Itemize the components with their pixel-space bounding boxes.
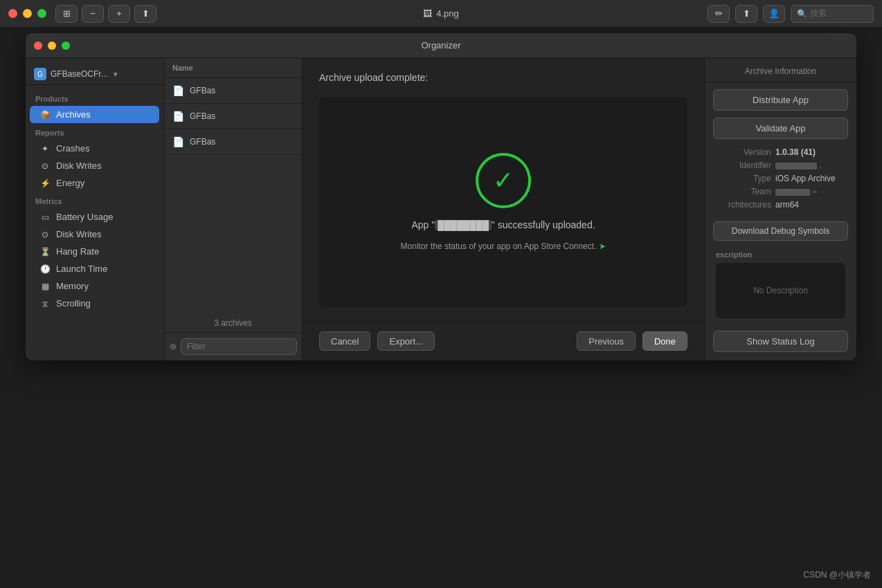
- app-name-redacted: ████████: [435, 220, 492, 230]
- sidebar-item-archives[interactable]: 📦 Archives: [30, 106, 159, 123]
- upload-success-text: App "████████" successfully uploaded.: [411, 219, 595, 230]
- maximize-button[interactable]: [37, 9, 46, 18]
- sidebar-item-crashes[interactable]: ✦ Crashes: [30, 140, 159, 157]
- edit-button[interactable]: ✏: [708, 5, 730, 23]
- distribute-app-button[interactable]: Distribute App: [713, 89, 848, 111]
- identifier-label: Identifier: [716, 160, 771, 170]
- upload-content-area: ✓ App "████████" successfully uploaded. …: [319, 97, 687, 307]
- organizer-titlebar: Organizer: [26, 33, 856, 58]
- team-redacted: [775, 189, 810, 196]
- upload-panel: Archive upload complete: ✓ App "████████…: [303, 58, 704, 321]
- organizer-body: G GFBaseOCFr... ▼ Products 📦 Archives Re…: [26, 58, 856, 360]
- team-row: Team –: [716, 187, 845, 196]
- right-panel: Archive Information Distribute App Valid…: [704, 58, 856, 360]
- btn-left-group: Cancel Export...: [319, 331, 435, 351]
- org-maximize-button[interactable]: [62, 42, 70, 50]
- description-section: escription No Description: [705, 245, 856, 324]
- btn-right-group: Previous Done: [577, 331, 687, 351]
- sidebar-toggle-button[interactable]: ⊞: [55, 5, 78, 23]
- arrow-icon: ➤: [599, 241, 606, 251]
- sidebar-item-label: Crashes: [56, 143, 89, 154]
- archive-count: 3 archives: [164, 314, 302, 332]
- products-section-label: Products: [26, 89, 163, 106]
- upload-buttons-bar: Cancel Export... Previous Done: [303, 321, 704, 360]
- disk-metrics-icon: ⊙: [39, 230, 51, 239]
- sidebar-item-energy[interactable]: ⚡ Energy: [30, 174, 159, 192]
- validate-app-button[interactable]: Validate App: [713, 118, 848, 139]
- success-circle: ✓: [476, 153, 531, 208]
- watermark: CSDN @小镇学者: [803, 569, 871, 581]
- no-description-text: No Description: [753, 286, 808, 295]
- organizer-window-controls: [34, 42, 70, 50]
- archive-row-label: GFBas: [190, 86, 215, 95]
- memory-icon: ▦: [39, 282, 51, 291]
- crashes-icon: ✦: [39, 144, 51, 154]
- share-button[interactable]: ⬆: [134, 5, 156, 23]
- sidebar-item-hang-rate[interactable]: ⏳ Hang Rate: [30, 243, 159, 260]
- reports-section-label: Reports: [26, 123, 163, 140]
- archive-row-label: GFBas: [190, 111, 215, 121]
- hang-rate-icon: ⏳: [39, 247, 51, 257]
- checkmark-icon: ✓: [493, 168, 514, 193]
- sidebar-item-launch-time[interactable]: 🕐 Launch Time: [30, 260, 159, 277]
- archive-filter-bar: ⊜: [164, 332, 302, 360]
- organizer-window: Organizer G GFBaseOCFr... ▼ Products 📦 A…: [26, 33, 856, 360]
- done-button[interactable]: Done: [642, 331, 687, 351]
- sidebar-item-label: Disk Writes: [56, 229, 101, 239]
- archive-row-2[interactable]: 📄 GFBas: [164, 104, 302, 129]
- sidebar-item-disk-writes-metrics[interactable]: ⊙ Disk Writes: [30, 226, 159, 243]
- description-box: No Description: [716, 263, 845, 318]
- sidebar-item-battery-usage[interactable]: ▭ Battery Usage: [30, 208, 159, 226]
- main-content: Archive upload complete: ✓ App "████████…: [303, 58, 704, 360]
- project-selector[interactable]: G GFBaseOCFr... ▼: [26, 64, 163, 85]
- macos-titlebar: ⊞ − + ⬆ 🖼 4.png ✏ ⬆ 👤 🔍 搜索: [0, 0, 882, 28]
- filter-icon: ⊜: [170, 342, 177, 351]
- version-row: Version 1.0.38 (41): [716, 147, 845, 157]
- version-value: 1.0.38 (41): [775, 147, 845, 157]
- previous-button[interactable]: Previous: [577, 331, 636, 351]
- export-button[interactable]: Export...: [377, 331, 434, 351]
- archive-list-header: Name: [164, 58, 302, 78]
- archive-file-icon: 📄: [172, 136, 184, 147]
- identifier-redacted: [775, 163, 817, 169]
- sidebar-item-scrolling[interactable]: ⧖ Scrolling: [30, 295, 159, 312]
- arch-row: rchitectures arm64: [716, 200, 845, 210]
- topbar-right: ✏ ⬆ 👤 🔍 搜索: [708, 5, 874, 23]
- share2-button[interactable]: ⬆: [735, 5, 757, 23]
- identifier-value: .: [775, 160, 845, 170]
- window-controls: [8, 9, 46, 18]
- zoom-out-button[interactable]: −: [82, 5, 104, 23]
- scrolling-icon: ⧖: [39, 299, 51, 309]
- energy-icon: ⚡: [39, 178, 51, 188]
- close-button[interactable]: [8, 9, 17, 18]
- sidebar-item-memory[interactable]: ▦ Memory: [30, 277, 159, 295]
- description-label: escription: [716, 250, 845, 259]
- version-label: Version: [716, 147, 771, 157]
- project-icon: G: [34, 68, 46, 80]
- org-close-button[interactable]: [34, 42, 42, 50]
- download-debug-button[interactable]: Download Debug Symbols: [713, 221, 848, 241]
- sidebar: G GFBaseOCFr... ▼ Products 📦 Archives Re…: [26, 58, 164, 360]
- archive-list: Name 📄 GFBas 📄 GFBas 📄 GFBas 3 archives …: [164, 58, 303, 360]
- sidebar-item-label: Disk Writes: [56, 160, 101, 171]
- window-title: 🖼 4.png: [423, 8, 459, 19]
- archive-row-3[interactable]: 📄 GFBas: [164, 129, 302, 155]
- sidebar-item-label: Scrolling: [56, 298, 91, 309]
- monitor-text: Monitor the status of your app on App St…: [401, 241, 597, 251]
- archive-row-1[interactable]: 📄 GFBas: [164, 78, 302, 104]
- zoom-in-button[interactable]: +: [108, 5, 130, 23]
- show-status-log-button[interactable]: Show Status Log: [713, 331, 848, 352]
- search-box[interactable]: 🔍 搜索: [791, 5, 874, 23]
- monitor-link[interactable]: Monitor the status of your app on App St…: [401, 241, 606, 251]
- profile-button[interactable]: 👤: [763, 5, 785, 23]
- team-value: –: [775, 187, 845, 196]
- archive-filter-input[interactable]: [181, 338, 297, 355]
- type-label: Type: [716, 174, 771, 183]
- org-minimize-button[interactable]: [48, 42, 56, 50]
- minimize-button[interactable]: [23, 9, 32, 18]
- archive-file-icon: 📄: [172, 85, 184, 96]
- cancel-button[interactable]: Cancel: [319, 331, 370, 351]
- type-row: Type iOS App Archive: [716, 174, 845, 183]
- sidebar-item-disk-writes-reports[interactable]: ⊙ Disk Writes: [30, 157, 159, 174]
- team-label: Team: [716, 187, 771, 196]
